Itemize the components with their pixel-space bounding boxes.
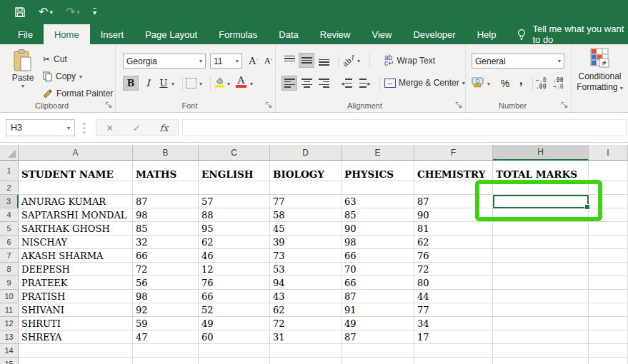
tab-help[interactable]: Help [467,24,507,44]
cell-B14[interactable] [133,344,199,358]
orientation-dropdown-icon[interactable]: ▾ [357,58,360,64]
cell-C11[interactable]: 52 [199,303,270,317]
cell-E6[interactable]: 98 [342,236,414,249]
cell-B1[interactable]: MATHS [133,161,199,181]
conditional-formatting-dropdown-icon[interactable]: ▾ [620,85,623,91]
cell-F15[interactable] [414,358,493,364]
shrink-font-button[interactable]: Aˇ [261,54,276,69]
column-header-I[interactable]: I [589,145,628,161]
row-header-1[interactable]: 1 [0,161,19,181]
cell-A2[interactable] [19,181,133,195]
paste-button[interactable]: Paste ▾ [6,49,40,100]
accounting-dropdown-icon[interactable]: ▾ [487,81,490,87]
cell-F14[interactable] [414,344,493,358]
cell-E5[interactable]: 90 [342,222,414,236]
cell-A1[interactable]: STUDENT NAME [19,161,133,181]
undo-icon[interactable]: ↶▾ [39,6,53,18]
cell-E4[interactable]: 85 [342,208,414,222]
cell-E7[interactable]: 66 [342,249,414,263]
cell-A3[interactable]: ANURAG KUMAR [19,195,133,208]
cancel-icon[interactable]: ✕ [106,123,114,133]
borders-icon[interactable] [186,78,196,89]
cell-F9[interactable]: 80 [414,276,493,290]
cell-I11[interactable] [589,303,628,317]
row-header-10[interactable]: 10 [0,290,19,303]
cell-A14[interactable] [19,344,133,358]
cell-B12[interactable]: 59 [133,317,199,330]
align-right-button[interactable] [316,76,332,91]
row-header-11[interactable]: 11 [0,303,19,317]
cell-F4[interactable]: 90 [414,208,493,222]
comma-style-button[interactable]: , [513,73,529,88]
row-header-9[interactable]: 9 [0,276,19,290]
tab-developer[interactable]: Developer [402,24,466,44]
cell-H10[interactable] [493,290,589,303]
tab-view[interactable]: View [361,24,402,44]
cell-B9[interactable]: 56 [133,276,199,290]
column-header-F[interactable]: F [414,145,493,161]
cell-F12[interactable]: 34 [414,317,493,330]
tell-me-box[interactable]: Tell me what you want to do [507,24,628,44]
cell-C14[interactable] [199,344,270,358]
cell-H12[interactable] [493,317,589,330]
bold-button[interactable]: B [123,76,139,91]
row-header-12[interactable]: 12 [0,317,19,330]
top-align-button[interactable] [281,53,297,68]
row-header-4[interactable]: 4 [0,208,19,222]
cell-E8[interactable]: 70 [342,263,414,276]
cell-B2[interactable] [133,181,199,195]
cell-B11[interactable]: 92 [133,303,199,317]
tab-formulas[interactable]: Formulas [208,24,268,44]
cell-H2[interactable] [493,181,589,195]
underline-dropdown-icon[interactable]: ▾ [171,81,174,87]
column-header-A[interactable]: A [19,145,133,161]
accounting-format-icon[interactable] [472,76,485,88]
tab-review[interactable]: Review [309,24,362,44]
name-box[interactable]: H3 ▾ [6,119,75,136]
customize-qat-icon[interactable]: ▾ [93,8,96,16]
cell-H4[interactable] [493,208,589,222]
cell-B4[interactable]: 98 [133,208,199,222]
cell-H15[interactable] [493,358,589,364]
cell-D6[interactable]: 39 [270,236,342,249]
cell-E12[interactable]: 49 [342,317,414,330]
row-header-2[interactable]: 2 [0,181,19,195]
cell-F5[interactable]: 81 [414,222,493,236]
cell-H3[interactable] [493,195,589,208]
increase-decimal-button[interactable]: ←.0 .00 [536,77,546,90]
cell-I14[interactable] [589,344,628,358]
cut-button[interactable]: ✂ Cut [43,51,67,67]
cell-I15[interactable] [589,358,628,364]
cell-I1[interactable] [589,161,628,181]
borders-dropdown-icon[interactable]: ▾ [199,81,202,87]
cell-F10[interactable]: 44 [414,290,493,303]
cell-D12[interactable]: 72 [270,317,342,330]
tab-home[interactable]: Home [44,24,90,44]
cell-A5[interactable]: SARTHAK GHOSH [19,222,133,236]
alignment-dialog-launcher-icon[interactable] [455,101,463,109]
cell-C7[interactable]: 46 [199,249,270,263]
cell-E2[interactable] [342,181,414,195]
tab-file[interactable]: File [7,24,44,44]
tab-data[interactable]: Data [268,24,309,44]
cell-A6[interactable]: NISCHAY [19,236,133,249]
cell-D13[interactable]: 31 [270,330,342,344]
row-header-7[interactable]: 7 [0,249,19,263]
cell-A8[interactable]: DEEPESH [19,263,133,276]
font-color-icon[interactable]: A [236,75,246,88]
percent-style-button[interactable]: % [497,76,513,91]
cell-D1[interactable]: BIOLOGY [270,161,342,181]
cell-H13[interactable] [493,330,589,344]
cell-I12[interactable] [589,317,628,330]
cell-B5[interactable]: 85 [133,222,199,236]
cell-I8[interactable] [589,263,628,276]
font-size-combo[interactable]: 11▾ [210,54,242,69]
cell-B6[interactable]: 32 [133,236,199,249]
cell-D9[interactable]: 94 [270,276,342,290]
row-header-3[interactable]: 3 [0,195,19,208]
cell-C2[interactable] [199,181,270,195]
cell-D3[interactable]: 77 [270,195,342,208]
cell-A9[interactable]: PRATEEK [19,276,133,290]
decrease-decimal-button[interactable]: .00 →.0 [553,77,563,90]
wrap-text-button[interactable]: abc↵ Wrap Text [384,55,435,66]
